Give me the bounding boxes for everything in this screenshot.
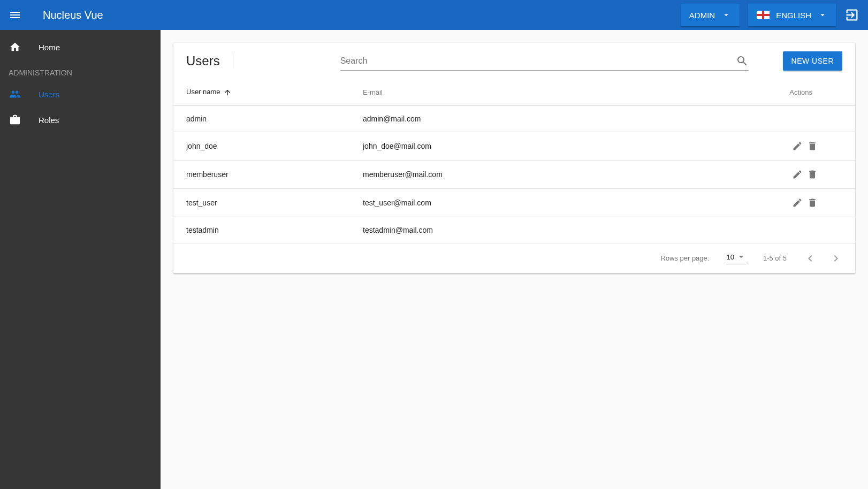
pagination-range: 1-5 of 5 <box>763 254 787 262</box>
cell-actions <box>748 160 855 188</box>
main-content: Users NEW USER User name <box>161 30 868 489</box>
app-title: Nucleus Vue <box>43 9 103 21</box>
language-dropdown-label: ENGLISH <box>776 11 811 20</box>
user-dropdown-label: ADMIN <box>689 11 715 20</box>
table-row: testadmintestadmin@mail.com <box>173 217 855 243</box>
logout-icon <box>844 7 859 22</box>
table-row: john_doejohn_doe@mail.com <box>173 132 855 160</box>
pagination: Rows per page: 10 1-5 of 5 <box>173 243 855 273</box>
cell-email: test_user@mail.com <box>350 188 748 217</box>
users-table: User name E-mail Actions adminadmin@mail… <box>173 79 855 243</box>
column-header-actions: Actions <box>748 79 855 105</box>
next-page-button[interactable] <box>829 252 842 265</box>
cell-username: admin <box>173 105 350 132</box>
cell-actions <box>748 188 855 217</box>
sidebar-item-roles[interactable]: Roles <box>0 107 161 133</box>
sidebar-item-label: Roles <box>39 116 59 125</box>
table-row: adminadmin@mail.com <box>173 105 855 132</box>
menu-toggle-button[interactable] <box>9 9 21 21</box>
cell-username: test_user <box>173 188 350 217</box>
users-icon <box>9 88 21 101</box>
briefcase-icon <box>9 113 21 126</box>
column-header-username[interactable]: User name <box>173 79 350 105</box>
language-dropdown[interactable]: ENGLISH <box>748 4 836 26</box>
sidebar-item-home[interactable]: Home <box>0 34 161 60</box>
chevron-down-icon <box>818 10 827 20</box>
menu-icon <box>9 9 21 21</box>
cell-username: john_doe <box>173 132 350 160</box>
rows-per-page-select[interactable]: 10 <box>726 252 745 264</box>
sidebar: Home ADMINISTRATION Users Roles <box>0 30 161 489</box>
delete-button[interactable] <box>807 197 818 208</box>
table-row: memberusermemberuser@mail.com <box>173 160 855 188</box>
previous-page-button[interactable] <box>804 252 817 265</box>
chevron-right-icon <box>829 252 842 265</box>
chevron-down-icon <box>736 252 746 262</box>
users-card: Users NEW USER User name <box>173 43 855 273</box>
edit-button[interactable] <box>792 197 803 208</box>
chevron-down-icon <box>721 10 731 20</box>
cell-username: memberuser <box>173 160 350 188</box>
page-title: Users <box>186 54 220 68</box>
cell-email: john_doe@mail.com <box>350 132 748 160</box>
rows-per-page-label: Rows per page: <box>660 254 709 262</box>
delete-button[interactable] <box>807 169 818 180</box>
cell-actions <box>748 105 855 132</box>
cell-email: testadmin@mail.com <box>350 217 748 243</box>
column-header-email[interactable]: E-mail <box>350 79 748 105</box>
edit-button[interactable] <box>792 169 803 180</box>
cell-email: admin@mail.com <box>350 105 748 132</box>
new-user-button[interactable]: NEW USER <box>783 51 842 71</box>
cell-username: testadmin <box>173 217 350 243</box>
search-input[interactable] <box>340 52 749 71</box>
sidebar-item-label: Home <box>39 43 60 52</box>
flag-english-icon <box>757 11 770 19</box>
logout-button[interactable] <box>844 7 859 22</box>
chevron-left-icon <box>804 252 817 265</box>
delete-button[interactable] <box>807 141 818 151</box>
card-header: Users NEW USER <box>173 43 855 79</box>
home-icon <box>9 41 21 54</box>
cell-actions <box>748 132 855 160</box>
sort-ascending-icon <box>223 88 232 97</box>
cell-email: memberuser@mail.com <box>350 160 748 188</box>
cell-actions <box>748 217 855 243</box>
search-icon <box>736 55 749 67</box>
app-header: Nucleus Vue ADMIN ENGLISH <box>0 0 868 30</box>
edit-button[interactable] <box>792 141 803 151</box>
sidebar-item-label: Users <box>39 90 59 99</box>
sidebar-item-users[interactable]: Users <box>0 81 161 107</box>
table-row: test_usertest_user@mail.com <box>173 188 855 217</box>
user-dropdown[interactable]: ADMIN <box>681 4 740 26</box>
sidebar-section-header: ADMINISTRATION <box>0 60 161 81</box>
